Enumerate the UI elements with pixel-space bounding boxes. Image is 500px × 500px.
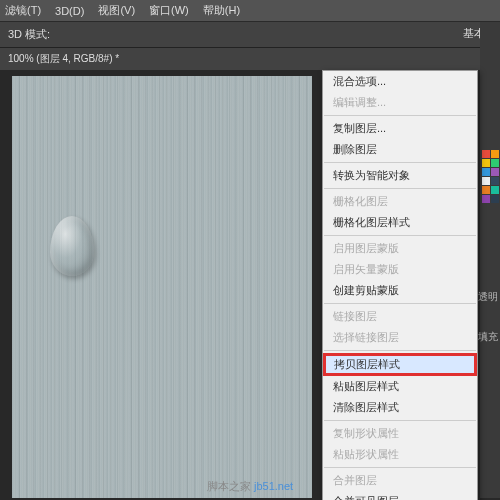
canvas[interactable] — [12, 76, 312, 498]
separator — [324, 162, 476, 163]
swatch[interactable] — [482, 177, 490, 185]
swatch[interactable] — [491, 177, 499, 185]
ctx-delete-layer[interactable]: 删除图层 — [323, 139, 477, 160]
menu-window[interactable]: 窗口(W) — [149, 3, 189, 18]
document-tab[interactable]: 100% (图层 4, RGB/8#) * — [0, 48, 500, 70]
swatch[interactable] — [491, 195, 499, 203]
swatch[interactable] — [482, 159, 490, 167]
menu-filter[interactable]: 滤镜(T) — [5, 3, 41, 18]
ctx-convert-smart-object[interactable]: 转换为智能对象 — [323, 165, 477, 186]
separator — [324, 350, 476, 351]
water-drop-shape[interactable] — [50, 216, 94, 276]
options-bar: 3D 模式: — [0, 22, 500, 48]
swatch[interactable] — [482, 150, 490, 158]
separator — [324, 420, 476, 421]
workspace: 混合选项... 编辑调整... 复制图层... 删除图层 转换为智能对象 栅格化… — [0, 70, 500, 500]
ctx-rasterize-layer: 栅格化图层 — [323, 191, 477, 212]
fill-label: 填充 — [478, 330, 498, 344]
ctx-create-clip-mask[interactable]: 创建剪贴蒙版 — [323, 280, 477, 301]
watermark-text: 脚本之家 — [207, 480, 254, 492]
swatch[interactable] — [482, 186, 490, 194]
document-tab-label: 100% (图层 4, RGB/8#) * — [8, 52, 119, 66]
swatch[interactable] — [482, 195, 490, 203]
app-menubar: 滤镜(T) 3D(D) 视图(V) 窗口(W) 帮助(H) — [0, 0, 500, 22]
ctx-select-linked: 选择链接图层 — [323, 327, 477, 348]
ctx-link-layers: 链接图层 — [323, 306, 477, 327]
separator — [324, 188, 476, 189]
separator — [324, 303, 476, 304]
context-menu: 混合选项... 编辑调整... 复制图层... 删除图层 转换为智能对象 栅格化… — [322, 70, 478, 500]
swatch[interactable] — [491, 150, 499, 158]
ctx-paste-layer-style[interactable]: 粘贴图层样式 — [323, 376, 477, 397]
option-label-3d: 3D 模式: — [8, 27, 50, 42]
ctx-copy-shape-attr: 复制形状属性 — [323, 423, 477, 444]
swatches-panel — [482, 150, 498, 203]
menu-3d[interactable]: 3D(D) — [55, 5, 84, 17]
ctx-merge-layers: 合并图层 — [323, 470, 477, 491]
ctx-enable-vector-mask: 启用矢量蒙版 — [323, 259, 477, 280]
ctx-rasterize-style[interactable]: 栅格化图层样式 — [323, 212, 477, 233]
swatch[interactable] — [482, 168, 490, 176]
separator — [324, 235, 476, 236]
swatch[interactable] — [491, 168, 499, 176]
ctx-copy-layer-style[interactable]: 拷贝图层样式 — [323, 353, 477, 376]
swatch[interactable] — [491, 159, 499, 167]
ctx-merge-visible[interactable]: 合并可见图层 — [323, 491, 477, 500]
menu-view[interactable]: 视图(V) — [98, 3, 135, 18]
right-panel-strip — [480, 22, 500, 498]
separator — [324, 115, 476, 116]
ctx-edit-adjustment: 编辑调整... — [323, 92, 477, 113]
ctx-clear-layer-style[interactable]: 清除图层样式 — [323, 397, 477, 418]
watermark-link[interactable]: jb51.net — [254, 480, 293, 492]
ctx-paste-shape-attr: 粘贴形状属性 — [323, 444, 477, 465]
swatch[interactable] — [491, 186, 499, 194]
ctx-enable-layer-mask: 启用图层蒙版 — [323, 238, 477, 259]
separator — [324, 467, 476, 468]
menu-help[interactable]: 帮助(H) — [203, 3, 240, 18]
ctx-blend-options[interactable]: 混合选项... — [323, 71, 477, 92]
ctx-duplicate-layer[interactable]: 复制图层... — [323, 118, 477, 139]
